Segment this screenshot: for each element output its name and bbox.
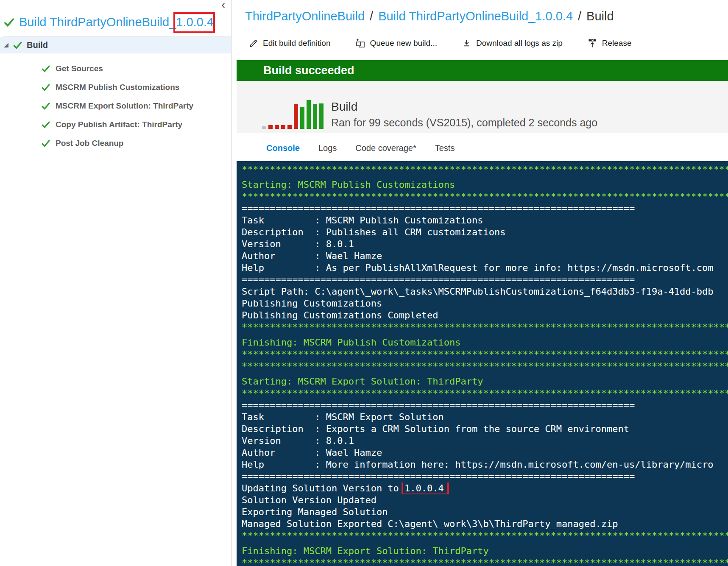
- edit-build-definition-button[interactable]: Edit build definition: [248, 39, 331, 48]
- history-bar: [281, 125, 285, 129]
- console-line: Task : MSCRM Export Solution: [242, 411, 728, 423]
- build-step-item[interactable]: MSCRM Export Solution: ThirdParty: [0, 97, 231, 115]
- tab-console[interactable]: Console: [266, 143, 300, 153]
- console-line: Publishing Customizations Completed: [242, 309, 728, 321]
- check-icon: [41, 83, 50, 92]
- history-bar: [319, 103, 324, 129]
- build-step-item[interactable]: Copy Publish Artifact: ThirdParty: [0, 115, 231, 134]
- build-step-label: Copy Publish Artifact: ThirdParty: [56, 120, 182, 129]
- result-tabs: ConsoleLogsCode coverage*Tests: [266, 142, 728, 154]
- console-line: ****************************************…: [242, 557, 728, 566]
- build-summary-text: Build Ran for 99 seconds (VS2015), compl…: [331, 100, 597, 129]
- build-step-item[interactable]: Get Sources: [0, 59, 231, 78]
- console-line: Author : Wael Hamze: [242, 250, 728, 262]
- console-line: ****************************************…: [242, 360, 728, 372]
- console-line: ****************************************…: [242, 321, 728, 333]
- check-icon: [13, 40, 22, 50]
- build-title-text: Build ThirdPartyOnlineBuild_: [19, 15, 176, 29]
- queue-new-build-button[interactable]: Queue new build...: [355, 38, 437, 48]
- build-step-item[interactable]: MSCRM Publish Customizations: [0, 78, 231, 97]
- build-step-label: MSCRM Publish Customizations: [56, 83, 179, 92]
- build-step-item[interactable]: Post Job Cleanup: [0, 134, 231, 153]
- console-line: ========================================…: [242, 471, 728, 482]
- console-line: Solution Version Updated: [242, 494, 728, 506]
- console-line: ========================================…: [242, 274, 728, 286]
- tab-tests[interactable]: Tests: [435, 143, 455, 153]
- solution-version-annotation: 1.0.0.4: [404, 482, 444, 494]
- build-title-link[interactable]: Build ThirdPartyOnlineBuild_1.0.0.4: [19, 15, 214, 29]
- console-line: ****************************************…: [242, 530, 728, 542]
- console-line: ****************************************…: [242, 191, 728, 203]
- build-step-label: MSCRM Export Solution: ThirdParty: [56, 101, 193, 111]
- console-line: Publishing Customizations: [242, 298, 728, 309]
- build-step-label: Post Job Cleanup: [56, 139, 123, 148]
- toolbar-label: Edit build definition: [263, 39, 331, 48]
- console-log[interactable]: ****************************************…: [237, 161, 728, 566]
- history-bar: [313, 104, 317, 129]
- history-bar: [307, 100, 311, 129]
- build-results-page: ‹ Build ThirdPartyOnlineBuild_1.0.0.4 Bu…: [0, 0, 728, 566]
- queue-build-icon: [355, 38, 365, 48]
- breadcrumb-current: Build: [586, 9, 614, 23]
- breadcrumb-separator: /: [365, 9, 378, 23]
- tab-logs[interactable]: Logs: [318, 143, 337, 153]
- build-duration-text: Ran for 99 seconds (VS2015), completed 2…: [331, 117, 597, 129]
- build-toolbar: Edit build definition Queue new build...…: [248, 37, 728, 49]
- breadcrumb: ThirdPartyOnlineBuild/Build ThirdPartyOn…: [245, 8, 728, 24]
- console-line: Finishing: MSCRM Publish Customizations: [242, 337, 728, 349]
- build-detail-main: ThirdPartyOnlineBuild/Build ThirdPartyOn…: [232, 0, 728, 566]
- toolbar-label: Download all logs as zip: [476, 39, 563, 48]
- console-line: Script Path: C:\agent\_work\_tasks\MSCRM…: [242, 286, 728, 298]
- history-bar: [300, 107, 304, 129]
- console-line: ****************************************…: [242, 164, 728, 176]
- breadcrumb-build-link[interactable]: Build ThirdPartyOnlineBuild_1.0.0.4: [378, 9, 573, 23]
- build-title-row: Build ThirdPartyOnlineBuild_1.0.0.4: [3, 15, 231, 37]
- check-icon: [41, 101, 50, 111]
- tab-code-coverage[interactable]: Code coverage*: [355, 143, 416, 153]
- build-summary-section: Build Ran for 99 seconds (VS2015), compl…: [237, 81, 728, 133]
- download-all-logs-button[interactable]: Download all logs as zip: [462, 39, 563, 48]
- check-icon: [41, 64, 50, 73]
- tree-expander-icon[interactable]: [4, 43, 8, 47]
- build-definition-name: Build: [331, 100, 597, 114]
- console-line: Help : More information here: https://ms…: [242, 459, 728, 471]
- breadcrumb-definition-link[interactable]: ThirdPartyOnlineBuild: [245, 9, 365, 23]
- console-line: Managed Solution Exported C:\agent\_work…: [242, 518, 728, 530]
- build-history-chart: [262, 100, 324, 129]
- release-button[interactable]: Release: [587, 38, 632, 48]
- console-line: Exporting Managed Solution: [242, 506, 728, 518]
- collapse-sidebar-button[interactable]: ‹: [221, 0, 225, 10]
- console-line: Version : 8.0.1: [242, 238, 728, 250]
- console-line: Starting: MSCRM Export Solution: ThirdPa…: [242, 376, 728, 388]
- tree-node-build[interactable]: Build: [0, 37, 231, 53]
- console-line: Starting: MSCRM Publish Customizations: [242, 179, 728, 191]
- toolbar-label: Release: [602, 39, 632, 48]
- console-line: Updating Solution Version to 1.0.0.4: [242, 482, 728, 494]
- build-step-list: Get SourcesMSCRM Publish CustomizationsM…: [0, 59, 231, 153]
- console-line: Description : Exports a CRM Solution fro…: [242, 423, 728, 435]
- console-line: ========================================…: [242, 399, 728, 411]
- console-line: Author : Wael Hamze: [242, 447, 728, 459]
- console-line: Task : MSCRM Publish Customizations: [242, 215, 728, 226]
- history-bar: [262, 126, 266, 129]
- toolbar-label: Queue new build...: [370, 39, 437, 48]
- console-line: Version : 8.0.1: [242, 435, 728, 447]
- release-icon: [587, 38, 597, 48]
- check-icon: [41, 120, 50, 129]
- console-line: Finishing: MSCRM Export Solution: ThirdP…: [242, 545, 728, 557]
- build-steps-sidebar: ‹ Build ThirdPartyOnlineBuild_1.0.0.4 Bu…: [0, 0, 232, 566]
- history-bar: [268, 125, 273, 129]
- console-line: Help : As per PublishAllXmlRequest for m…: [242, 262, 728, 274]
- history-bar: [275, 125, 279, 129]
- history-bar: [294, 104, 298, 129]
- build-step-label: Get Sources: [56, 64, 103, 73]
- success-check-icon: [3, 17, 15, 28]
- console-line: ****************************************…: [242, 388, 728, 399]
- download-icon: [462, 39, 471, 48]
- tree-node-build-label: Build: [27, 40, 48, 50]
- console-line: Description : Publishes all CRM customiz…: [242, 226, 728, 238]
- build-number-annotation: 1.0.0.4: [176, 15, 214, 29]
- check-icon: [41, 139, 50, 148]
- breadcrumb-separator: /: [573, 9, 586, 23]
- pencil-icon: [248, 39, 258, 48]
